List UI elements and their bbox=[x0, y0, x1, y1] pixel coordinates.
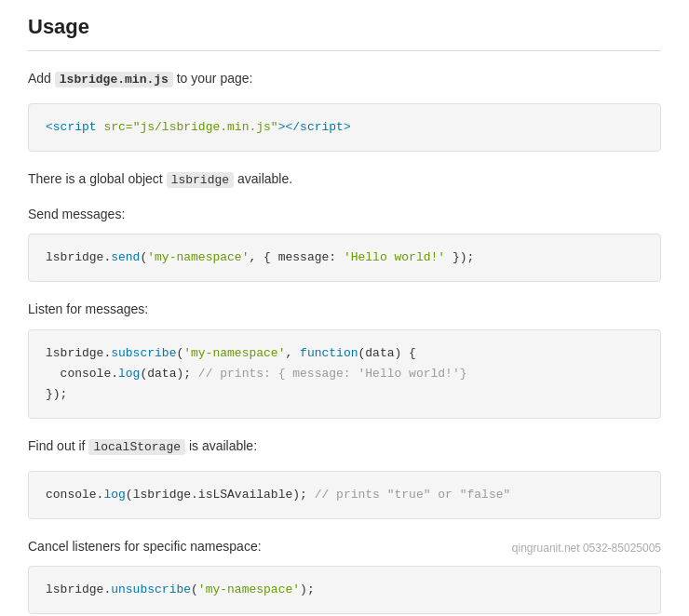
send-code-block: lsbridge.send('my-namespace', { message:… bbox=[28, 234, 661, 282]
unsubscribe-code-block: lsbridge.unsubscribe('my-namespace'); bbox=[28, 566, 661, 614]
send-code-plain3: , { message: bbox=[249, 250, 343, 264]
unsub-plain3: ); bbox=[300, 583, 315, 596]
add-script-text-after: to your page: bbox=[173, 71, 253, 86]
page-title: Usage bbox=[28, 15, 661, 51]
unsub-plain2: ( bbox=[191, 583, 198, 596]
add-script-highlight: lsbridge.min.js bbox=[55, 72, 173, 87]
find-out-text-before: Find out if bbox=[28, 438, 88, 453]
global-object-highlight: lsbridge bbox=[167, 172, 234, 188]
watermark: qingruanit.net 0532-85025005 bbox=[512, 540, 661, 557]
code-attr: src= bbox=[103, 120, 132, 134]
send-code-method: send bbox=[111, 250, 140, 264]
send-code-plain1: lsbridge. bbox=[46, 250, 111, 264]
code-tag-open: <script bbox=[46, 120, 103, 134]
isls-plain1: console. bbox=[46, 488, 103, 502]
add-script-text-before: Add bbox=[28, 71, 55, 86]
code-attr-val: "js/lsbridge.min.js" bbox=[133, 120, 278, 134]
send-code-string2: 'Hello world!' bbox=[344, 250, 445, 264]
send-messages-label: Send messages: bbox=[28, 204, 661, 224]
global-object-label: There is a global object lsbridge availa… bbox=[28, 168, 661, 191]
isls-method: log bbox=[103, 488, 125, 502]
find-out-text-after: is available: bbox=[185, 438, 257, 453]
find-out-label: Find out if localStorage is available: bbox=[28, 435, 661, 458]
send-code-string1: 'my-namespace' bbox=[147, 250, 249, 264]
global-object-text-after: available. bbox=[234, 171, 292, 186]
code-tag-close: ></script> bbox=[278, 120, 351, 134]
subscribe-line-2: console.log(data); // prints: { message:… bbox=[46, 364, 643, 384]
add-script-code-block: <script src="js/lsbridge.min.js"></scrip… bbox=[28, 103, 661, 152]
unsub-plain1: lsbridge. bbox=[46, 583, 111, 596]
isls-comment: // prints "true" or "false" bbox=[315, 488, 511, 502]
subscribe-line-3: }); bbox=[46, 384, 643, 405]
cancel-listeners-label: Cancel listeners for specific namespace:… bbox=[28, 536, 661, 556]
subscribe-line-1: lsbridge.subscribe('my-namespace', funct… bbox=[46, 343, 643, 364]
unsub-method: unsubscribe bbox=[111, 583, 191, 596]
add-script-label: Add lsbridge.min.js to your page: bbox=[28, 68, 661, 90]
isls-plain2: (lsbridge.isLSAvailable); bbox=[126, 488, 315, 502]
unsub-string: 'my-namespace' bbox=[198, 583, 300, 596]
listen-messages-label: Listen for messages: bbox=[28, 299, 661, 319]
global-object-text-before: There is a global object bbox=[28, 171, 167, 186]
subscribe-code-block: lsbridge.subscribe('my-namespace', funct… bbox=[28, 329, 661, 419]
find-out-highlight: localStorage bbox=[88, 439, 185, 455]
isls-code-block: console.log(lsbridge.isLSAvailable); // … bbox=[28, 471, 661, 519]
page-container: Usage Add lsbridge.min.js to your page: … bbox=[0, 0, 689, 616]
send-code-plain4: }); bbox=[445, 250, 474, 264]
